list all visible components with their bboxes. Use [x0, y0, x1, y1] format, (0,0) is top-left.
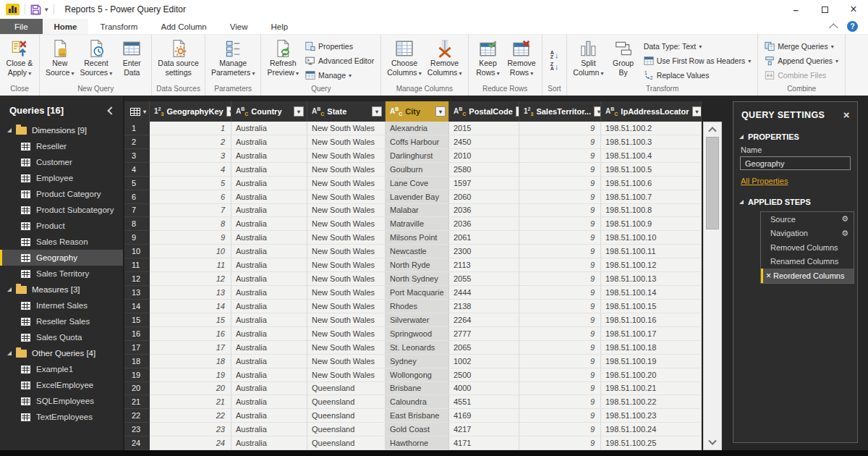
- row-number[interactable]: 6: [124, 190, 150, 204]
- advanced-editor-button[interactable]: Advanced Editor: [305, 54, 374, 68]
- scrollbar-thumb[interactable]: [706, 137, 719, 229]
- cell-postalcode[interactable]: 2777: [449, 327, 519, 341]
- cell-salesterritor[interactable]: 9: [519, 436, 601, 450]
- applied-step-reordered-columns[interactable]: ×Reordered Columns: [761, 269, 854, 283]
- cell-ipaddresslocator[interactable]: 198.51.100.10: [601, 231, 702, 245]
- cell-postalcode[interactable]: 4000: [449, 382, 519, 396]
- filter-dropdown-icon[interactable]: ▾: [692, 106, 702, 117]
- row-number[interactable]: 7: [124, 204, 150, 218]
- enter-data-button[interactable]: EnterData: [116, 37, 148, 85]
- save-icon[interactable]: [30, 4, 41, 15]
- cell-country[interactable]: Australia: [231, 231, 307, 245]
- cell-geographykey[interactable]: 11: [150, 258, 231, 272]
- cell-postalcode[interactable]: 2036: [449, 217, 519, 231]
- cell-state[interactable]: Queensland: [307, 382, 386, 396]
- cell-ipaddresslocator[interactable]: 198.51.100.11: [601, 245, 702, 258]
- cell-city[interactable]: Malabar: [386, 204, 449, 218]
- cell-postalcode[interactable]: 2055: [449, 272, 519, 286]
- sidebar-item-product[interactable]: Product: [0, 218, 123, 234]
- cell-country[interactable]: Australia: [231, 149, 307, 163]
- sidebar-item-textemployees[interactable]: TextEmployees: [0, 409, 123, 425]
- column-header-salesterritor[interactable]: 123SalesTerritor...▾: [519, 101, 601, 122]
- quick-access-caret-icon[interactable]: ▾: [45, 6, 48, 13]
- applied-step-source[interactable]: Source⚙: [761, 212, 854, 227]
- cell-postalcode[interactable]: 2580: [449, 163, 519, 177]
- cell-country[interactable]: Australia: [231, 382, 307, 396]
- cell-salesterritor[interactable]: 9: [519, 217, 601, 231]
- sidebar-item-product-category[interactable]: Product Category: [0, 186, 123, 202]
- cell-ipaddresslocator[interactable]: 198.51.100.17: [601, 327, 702, 341]
- column-header-country[interactable]: ABCCountry▾: [231, 101, 307, 122]
- properties-section-header[interactable]: PROPERTIES: [733, 127, 857, 143]
- merge-queries-button[interactable]: Merge Queries▾: [765, 40, 838, 54]
- row-number[interactable]: 8: [124, 217, 150, 231]
- row-number[interactable]: 14: [124, 300, 150, 313]
- sidebar-item-sales-reason[interactable]: Sales Reason: [0, 234, 123, 250]
- cell-country[interactable]: Australia: [231, 135, 307, 149]
- cell-salesterritor[interactable]: 9: [519, 313, 601, 327]
- cell-salesterritor[interactable]: 9: [519, 368, 601, 382]
- cell-city[interactable]: Port Macquarie: [386, 286, 449, 300]
- cell-geographykey[interactable]: 20: [150, 382, 231, 396]
- tab-transform[interactable]: Transform: [88, 19, 149, 34]
- cell-postalcode[interactable]: 2060: [449, 190, 519, 204]
- row-number[interactable]: 16: [124, 327, 150, 341]
- row-number[interactable]: 5: [124, 177, 150, 190]
- cell-postalcode[interactable]: 4217: [449, 423, 519, 436]
- cell-country[interactable]: Australia: [231, 258, 307, 272]
- cell-country[interactable]: Australia: [231, 436, 307, 450]
- cell-postalcode[interactable]: 2264: [449, 313, 519, 327]
- cell-salesterritor[interactable]: 9: [519, 135, 601, 149]
- cell-city[interactable]: Silverwater: [386, 313, 449, 327]
- collapse-pane-icon[interactable]: [107, 106, 115, 114]
- cell-city[interactable]: Brisbane: [386, 382, 449, 396]
- cell-salesterritor[interactable]: 9: [519, 395, 601, 409]
- vertical-scrollbar[interactable]: [703, 122, 722, 450]
- sidebar-item-internet-sales[interactable]: Internet Sales: [0, 297, 123, 313]
- cell-geographykey[interactable]: 15: [150, 313, 231, 327]
- sidebar-item-example1[interactable]: Example1: [0, 361, 123, 377]
- cell-state[interactable]: Queensland: [307, 423, 386, 436]
- cell-state[interactable]: New South Wales: [307, 341, 386, 355]
- row-number[interactable]: 9: [124, 231, 150, 245]
- cell-geographykey[interactable]: 24: [150, 436, 231, 450]
- cell-salesterritor[interactable]: 9: [519, 272, 601, 286]
- cell-postalcode[interactable]: 2065: [449, 341, 519, 355]
- cell-geographykey[interactable]: 14: [150, 300, 231, 313]
- scroll-down-button[interactable]: [704, 436, 721, 449]
- tab-add-column[interactable]: Add Column: [149, 19, 218, 34]
- cell-postalcode[interactable]: 2113: [449, 258, 519, 272]
- manage-parameters-button[interactable]: ManageParameters ▾: [209, 37, 258, 85]
- cell-ipaddresslocator[interactable]: 198.51.100.25: [601, 436, 702, 450]
- cell-state[interactable]: Queensland: [307, 409, 386, 423]
- cell-geographykey[interactable]: 6: [150, 190, 231, 204]
- row-number[interactable]: 3: [124, 149, 150, 163]
- cell-geographykey[interactable]: 9: [150, 231, 231, 245]
- column-header-city[interactable]: ABCCity▾: [386, 101, 449, 122]
- cell-salesterritor[interactable]: 9: [519, 409, 601, 423]
- sidebar-item-employee[interactable]: Employee: [0, 170, 123, 186]
- cell-state[interactable]: New South Wales: [307, 177, 386, 190]
- filter-dropdown-icon[interactable]: ▾: [294, 106, 304, 117]
- sidebar-item-measures-3[interactable]: Measures [3]: [0, 282, 123, 297]
- sidebar-item-other-queries-4[interactable]: Other Queries [4]: [0, 345, 123, 361]
- applied-step-renamed-columns[interactable]: Renamed Columns: [761, 255, 854, 269]
- cell-country[interactable]: Australia: [231, 423, 307, 436]
- cell-postalcode[interactable]: 1002: [449, 355, 519, 368]
- use-first-row-as-headers-button[interactable]: Use First Row as Headers▾: [644, 54, 752, 68]
- cell-geographykey[interactable]: 19: [150, 368, 231, 382]
- cell-ipaddresslocator[interactable]: 198.51.100.20: [601, 368, 702, 382]
- cell-ipaddresslocator[interactable]: 198.51.100.22: [601, 395, 702, 409]
- cell-ipaddresslocator[interactable]: 198.51.100.3: [601, 135, 702, 149]
- cell-postalcode[interactable]: 2300: [449, 245, 519, 258]
- sidebar-item-product-subcategory[interactable]: Product Subcategory: [0, 202, 123, 218]
- cell-salesterritor[interactable]: 9: [519, 423, 601, 436]
- cell-state[interactable]: New South Wales: [307, 258, 386, 272]
- cell-city[interactable]: North Ryde: [386, 258, 449, 272]
- split-column-button[interactable]: SplitColumn ▾: [571, 37, 605, 85]
- cell-ipaddresslocator[interactable]: 198.51.100.8: [601, 204, 702, 218]
- cell-state[interactable]: New South Wales: [307, 245, 386, 258]
- cell-state[interactable]: New South Wales: [307, 368, 386, 382]
- cell-city[interactable]: Matraville: [386, 217, 449, 231]
- tab-help[interactable]: Help: [259, 19, 299, 34]
